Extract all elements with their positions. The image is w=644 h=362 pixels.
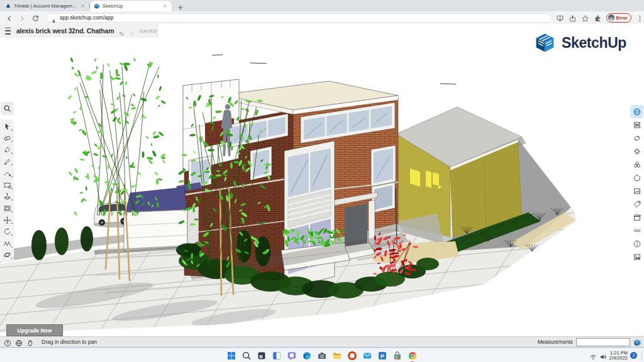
install-app-icon[interactable] [556,14,564,22]
sketchup-favicon-icon [94,3,100,9]
status-bar: ? Drag in direction to pan Measurements [0,336,644,347]
eraser-tool[interactable] [0,133,14,145]
panel-rail [630,105,643,263]
taskbar-clock[interactable]: 1:21 PM 2/9/2022 [609,351,628,361]
reload-icon[interactable] [31,14,40,22]
sketchup-cube-icon [533,31,557,55]
arc-tool[interactable] [0,167,14,179]
browser-menu-kebab-icon[interactable] [636,14,644,22]
sketchup-mini-logo-icon [633,338,641,346]
taskbar-search-icon[interactable] [242,351,252,361]
panel-entity-info[interactable] [630,105,643,118]
panel-scenes[interactable] [630,184,643,197]
browser-toolbar: app.sketchup.com/app Error [0,11,644,24]
tool-palette [0,119,14,262]
hamburger-menu-icon[interactable] [5,28,11,35]
taskbar-office-icon[interactable] [347,351,357,361]
rotate-tool[interactable] [0,226,14,238]
panel-outliner[interactable] [630,118,643,131]
line-tool[interactable] [0,156,14,168]
profile-error-chip[interactable]: Error [606,13,631,23]
clock-date: 2/9/2022 [609,356,628,361]
sketchup-logo: SketchUp [533,31,626,55]
push-pull-tool[interactable] [0,191,14,203]
panel-views[interactable] [630,171,643,184]
avatar [608,14,614,21]
lock-icon [51,15,57,21]
taskbar-widgets-icon[interactable] [272,351,282,361]
browser-tab-strip: Trimble | Account Management SketchUp [0,0,644,11]
help-icon[interactable]: ? [4,338,11,346]
model-viewport[interactable] [0,38,644,336]
tab-title: SketchUp [103,3,160,9]
address-url: app.sketchup.com/app [60,14,114,21]
panel-model-info[interactable] [630,237,643,250]
close-icon[interactable] [162,3,168,9]
status-hint: Drag in direction to pan [42,339,97,345]
forward-icon[interactable] [18,14,26,22]
extensions-puzzle-icon[interactable] [594,14,602,22]
wifi-icon[interactable] [589,352,597,359]
taskbar-task-view-icon[interactable] [257,351,267,361]
measurements-group: Measurements [538,338,641,346]
tape-measure-tool[interactable] [0,238,14,250]
paint-bucket-tool[interactable] [0,144,14,156]
toolbar-right-cluster: Error [556,13,644,23]
taskbar-edge-icon[interactable] [302,351,312,361]
offset-tool[interactable] [0,202,14,214]
select-tool[interactable] [0,121,14,133]
taskbar-powerpoint-icon[interactable]: P [377,351,387,361]
panel-soften-edges[interactable] [630,224,643,237]
tab-trimble-account[interactable]: Trimble | Account Management [1,0,89,11]
upgrade-now-button[interactable]: Upgrade Now [6,324,63,336]
svg-text:P: P [380,353,384,359]
undo-icon[interactable] [119,27,124,35]
taskbar-store-icon[interactable] [392,351,402,361]
measurements-input[interactable] [576,338,630,346]
taskbar-camera-icon[interactable] [317,351,327,361]
notification-badge[interactable]: 2 [630,352,637,359]
panel-materials[interactable] [630,158,643,171]
trimble-favicon-icon [5,3,11,9]
back-icon[interactable] [5,14,13,22]
saved-status: SAVED [140,28,157,34]
profile-error-label: Error [616,15,628,21]
address-bar[interactable]: app.sketchup.com/app [46,13,552,23]
svg-text:?: ? [6,341,9,345]
bookmark-star-icon[interactable] [581,14,589,22]
sketchup-wordmark: SketchUp [562,35,626,52]
show-desktop-handle[interactable] [641,351,642,360]
windows-taskbar: P 1:21 PM 2/9/2022 2 [0,348,644,362]
mouse-icon [26,338,34,346]
orbit-tool[interactable] [0,250,14,261]
geolocation-icon[interactable] [15,338,23,346]
model-scene [0,38,644,336]
measurements-label: Measurements [538,339,573,345]
taskbar-app-icons: P [0,348,644,362]
panel-animation[interactable] [630,211,643,224]
model-title[interactable]: alexis brick west 32nd. Chatham [16,27,114,35]
tab-sketchup[interactable]: SketchUp [90,1,172,11]
panel-styles[interactable] [630,145,643,158]
header-title-block: alexis brick west 32nd. Chatham SAVED [0,24,158,38]
taskbar-teams-chat-icon[interactable] [287,351,297,361]
share-icon[interactable] [569,14,577,22]
panel-match-photo[interactable] [630,250,643,263]
search-icon [3,104,11,112]
panel-tags[interactable] [630,197,643,211]
redo-icon[interactable] [130,27,135,35]
taskbar-start-icon[interactable] [226,351,236,361]
close-icon[interactable] [80,3,86,9]
taskbar-file-explorer-icon[interactable] [332,351,342,361]
taskbar-chrome-icon[interactable] [408,351,418,361]
new-tab-button[interactable] [177,3,184,10]
panel-components[interactable] [630,131,643,145]
system-tray: 1:21 PM 2/9/2022 2 [589,348,642,362]
taskbar-mail-icon[interactable] [362,351,372,361]
search-tool-button[interactable] [1,102,14,115]
volume-icon[interactable] [599,352,607,359]
shapes-tool[interactable] [0,179,14,191]
move-tool[interactable] [0,214,14,226]
tab-title: Trimble | Account Management [14,3,77,9]
stray-edges [212,55,456,84]
